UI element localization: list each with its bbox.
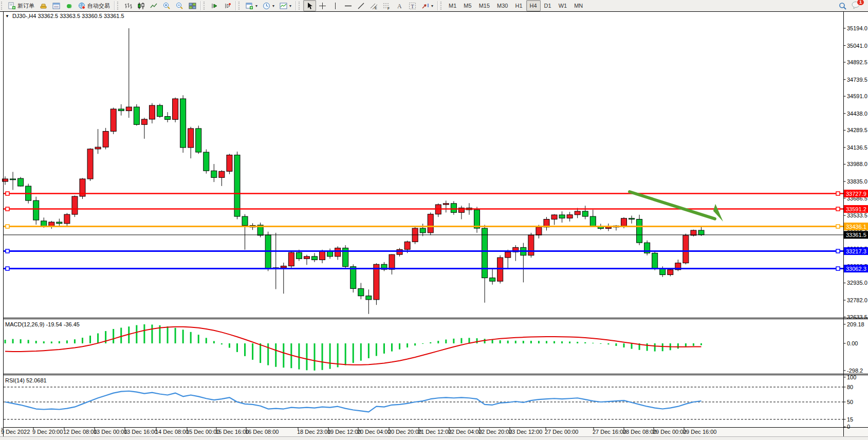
macd-histogram-bar — [391, 343, 393, 352]
cursor-button[interactable] — [303, 0, 316, 11]
timeframe-h4-button[interactable]: H4 — [526, 0, 541, 11]
toolbar-grip — [238, 2, 242, 10]
tile-windows-button[interactable] — [186, 0, 199, 11]
price-axis-label: 33533.5 — [847, 212, 867, 218]
notifications-button[interactable]: 1 — [852, 1, 861, 10]
timeframe-h1-button[interactable]: H1 — [511, 0, 526, 11]
template-button-caret-icon[interactable]: ▾ — [289, 4, 291, 8]
macd-histogram-bar — [221, 343, 223, 344]
macd-histogram-bar — [43, 341, 45, 343]
auto-scroll-button[interactable] — [208, 0, 221, 11]
macd-histogram-bar — [345, 343, 346, 365]
new-order-button[interactable]: 新订单 — [6, 0, 37, 11]
time-axis-label: 29 Dec 16:00 — [683, 429, 716, 435]
search-icon[interactable] — [839, 2, 846, 10]
vertical-line-button[interactable] — [329, 0, 342, 11]
timeframe-d1-button[interactable]: D1 — [541, 0, 555, 11]
timeframe-mn-button[interactable]: MN — [570, 0, 586, 11]
trend-arrow-line — [630, 192, 715, 219]
candlestick-chart-button[interactable] — [135, 0, 147, 11]
time-axis-label: 23 Dec 12:00 — [509, 429, 542, 435]
price-axis-label: 34892.5 — [847, 59, 867, 65]
period-button-caret-icon[interactable]: ▾ — [272, 4, 274, 8]
candle-body — [211, 171, 217, 177]
chart-window[interactable]: 35194.035041.034892.534739.534591.034438… — [0, 11, 868, 436]
macd-axis-label: 209.18 — [847, 321, 864, 327]
timeframe-m30-button[interactable]: M30 — [493, 0, 511, 11]
macd-histogram-bar — [151, 324, 153, 343]
macd-axis-label: 0.00 — [847, 340, 858, 346]
bar-chart-button[interactable] — [122, 0, 135, 11]
macd-histogram-bar — [530, 341, 532, 343]
price-axis-label: 34289.5 — [847, 127, 867, 133]
template-icon — [280, 2, 287, 10]
timeframe-m15-button[interactable]: M15 — [475, 0, 493, 11]
crosshair-button[interactable] — [316, 0, 329, 11]
signals-button[interactable] — [63, 0, 76, 11]
timeframe-w1-button[interactable]: W1 — [555, 0, 571, 11]
macd-histogram-bar — [353, 343, 354, 363]
line-chart-button[interactable] — [147, 0, 160, 11]
chart-shift-button[interactable] — [221, 0, 234, 11]
macd-histogram-bar — [136, 325, 137, 343]
zoom-in-button[interactable] — [160, 0, 173, 11]
time-axis-label: 12 Dec 08:00 — [63, 429, 97, 435]
mt4-window: 新订单自动交易▾▾▾EFAT▾M1M5M15M30H1H4D1W1MN1 351… — [0, 0, 868, 440]
template-button[interactable]: ▾ — [277, 0, 294, 11]
macd-histogram-bar — [469, 338, 470, 343]
chart-shift-icon — [224, 2, 231, 10]
market-depth-button[interactable] — [37, 0, 50, 11]
price-axis-label: 33835.0 — [847, 178, 867, 185]
time-axis-label: 20 Dec 20:00 — [388, 429, 421, 435]
candle-body — [335, 248, 341, 256]
candlestick-chart-icon — [137, 2, 145, 10]
text-button[interactable]: A — [393, 0, 406, 11]
new-chart-button[interactable]: ▾ — [243, 0, 260, 11]
macd-histogram-bar — [407, 343, 408, 347]
signals-icon — [65, 2, 73, 10]
new-chart-button-caret-icon[interactable]: ▾ — [255, 4, 257, 8]
data-window-button[interactable] — [50, 0, 63, 11]
macd-histogram-bar — [236, 343, 238, 352]
timeframe-m1-button[interactable]: M1 — [445, 0, 460, 11]
candle-body — [118, 109, 124, 111]
zoom-out-button[interactable] — [173, 0, 186, 11]
text-label-button[interactable]: T — [406, 0, 419, 11]
macd-histogram-bar — [329, 343, 331, 369]
macd-histogram-bar — [51, 341, 52, 343]
period-button[interactable]: ▾ — [260, 0, 277, 11]
fibonacci-button[interactable]: F — [380, 0, 393, 11]
rsi-axis-label: 0 — [847, 424, 850, 430]
line-chart-icon — [150, 2, 158, 10]
timeframe-m5-button[interactable]: M5 — [460, 0, 475, 11]
macd-histogram-bar — [631, 343, 633, 349]
trendline-button[interactable] — [355, 0, 367, 11]
price-chart-canvas[interactable]: 35194.035041.034892.534739.534591.034438… — [0, 11, 868, 440]
candle-body — [482, 228, 488, 278]
time-axis-label: 15 Dec 16:00 — [215, 429, 249, 435]
arrows-button[interactable]: ▾ — [419, 0, 436, 11]
candle-body — [451, 204, 456, 213]
macd-histogram-bar — [190, 332, 192, 343]
rsi-axis-label: 50 — [847, 399, 853, 405]
macd-histogram-bar — [97, 333, 99, 343]
equidistant-channel-button[interactable]: E — [367, 0, 380, 11]
status-bar — [0, 436, 868, 440]
candle-body — [605, 227, 611, 229]
horizontal-line-button[interactable] — [342, 0, 355, 11]
macd-histogram-bar — [35, 341, 37, 343]
rsi-axis-label: 80 — [847, 384, 853, 390]
macd-histogram-bar — [399, 343, 400, 350]
macd-histogram-bar — [82, 338, 83, 343]
candle-body — [110, 109, 116, 131]
autotrading-button[interactable]: 自动交易 — [76, 0, 113, 11]
chevron-down-icon[interactable]: ▼ — [5, 14, 9, 19]
line-handle — [6, 192, 9, 195]
macd-histogram-bar — [59, 341, 60, 343]
macd-histogram-bar — [677, 343, 679, 349]
candle-body — [528, 235, 534, 255]
toolbar-grip — [204, 2, 207, 10]
arrows-button-caret-icon[interactable]: ▾ — [431, 4, 433, 8]
price-axis-label: 33988.0 — [847, 161, 867, 167]
macd-histogram-bar — [414, 343, 416, 345]
